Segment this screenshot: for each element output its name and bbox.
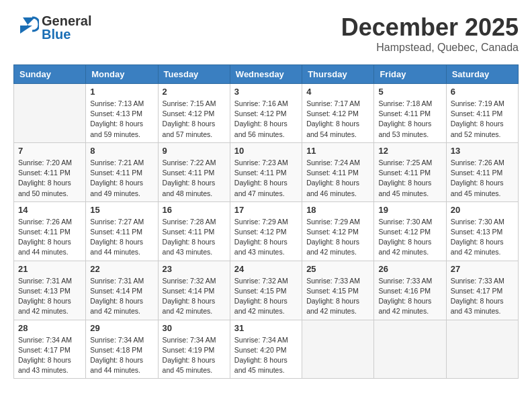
day-number: 8 xyxy=(90,146,153,156)
calendar-cell: 15Sunrise: 7:27 AMSunset: 4:11 PMDayligh… xyxy=(86,201,158,261)
calendar-cell: 16Sunrise: 7:28 AMSunset: 4:11 PMDayligh… xyxy=(158,201,230,261)
day-number: 28 xyxy=(18,323,81,333)
calendar-cell: 29Sunrise: 7:34 AMSunset: 4:18 PMDayligh… xyxy=(86,320,158,379)
day-number: 15 xyxy=(90,205,153,215)
day-number: 29 xyxy=(90,323,153,333)
calendar-table: SundayMondayTuesdayWednesdayThursdayFrid… xyxy=(13,64,519,379)
calendar-cell xyxy=(446,320,518,379)
day-number: 21 xyxy=(18,264,81,274)
day-number: 22 xyxy=(90,264,153,274)
calendar-week-3: 14Sunrise: 7:26 AMSunset: 4:11 PMDayligh… xyxy=(14,201,519,261)
logo: General Blue xyxy=(13,13,91,42)
calendar-cell: 12Sunrise: 7:25 AMSunset: 4:11 PMDayligh… xyxy=(374,142,446,201)
day-number: 3 xyxy=(234,87,298,97)
calendar-cell: 4Sunrise: 7:17 AMSunset: 4:12 PMDaylight… xyxy=(302,84,374,143)
day-number: 18 xyxy=(306,205,369,215)
day-info: Sunrise: 7:31 AMSunset: 4:13 PMDaylight:… xyxy=(18,276,81,317)
calendar-cell xyxy=(302,320,374,379)
day-number: 2 xyxy=(163,87,226,97)
title-block: December 2025 Hampstead, Quebec, Canada xyxy=(341,13,519,54)
day-info: Sunrise: 7:25 AMSunset: 4:11 PMDaylight:… xyxy=(378,158,441,199)
day-info: Sunrise: 7:29 AMSunset: 4:12 PMDaylight:… xyxy=(234,217,298,258)
calendar-cell: 13Sunrise: 7:26 AMSunset: 4:11 PMDayligh… xyxy=(446,142,518,201)
calendar-cell: 17Sunrise: 7:29 AMSunset: 4:12 PMDayligh… xyxy=(230,201,302,261)
day-number: 11 xyxy=(306,146,369,156)
calendar-cell xyxy=(14,84,86,143)
calendar-week-4: 21Sunrise: 7:31 AMSunset: 4:13 PMDayligh… xyxy=(14,261,519,320)
day-info: Sunrise: 7:20 AMSunset: 4:11 PMDaylight:… xyxy=(18,158,81,199)
calendar-cell: 6Sunrise: 7:19 AMSunset: 4:11 PMDaylight… xyxy=(446,84,518,143)
day-number: 16 xyxy=(163,205,226,215)
day-number: 4 xyxy=(306,87,369,97)
day-info: Sunrise: 7:16 AMSunset: 4:12 PMDaylight:… xyxy=(234,99,298,140)
day-number: 24 xyxy=(234,264,298,274)
calendar-cell: 9Sunrise: 7:22 AMSunset: 4:11 PMDaylight… xyxy=(158,142,230,201)
day-number: 1 xyxy=(90,87,153,97)
day-info: Sunrise: 7:26 AMSunset: 4:11 PMDaylight:… xyxy=(18,217,81,258)
calendar-body: 1Sunrise: 7:13 AMSunset: 4:13 PMDaylight… xyxy=(14,84,519,379)
weekday-header-tuesday: Tuesday xyxy=(158,65,230,84)
day-info: Sunrise: 7:18 AMSunset: 4:11 PMDaylight:… xyxy=(378,99,441,140)
day-info: Sunrise: 7:30 AMSunset: 4:12 PMDaylight:… xyxy=(378,217,441,258)
day-number: 30 xyxy=(163,323,226,333)
calendar-cell: 21Sunrise: 7:31 AMSunset: 4:13 PMDayligh… xyxy=(14,261,86,320)
calendar-cell: 27Sunrise: 7:33 AMSunset: 4:17 PMDayligh… xyxy=(446,261,518,320)
calendar-cell: 22Sunrise: 7:31 AMSunset: 4:14 PMDayligh… xyxy=(86,261,158,320)
day-info: Sunrise: 7:30 AMSunset: 4:13 PMDaylight:… xyxy=(451,217,514,258)
calendar-cell: 26Sunrise: 7:33 AMSunset: 4:16 PMDayligh… xyxy=(374,261,446,320)
logo-blue: Blue xyxy=(42,28,91,41)
calendar-cell: 18Sunrise: 7:29 AMSunset: 4:12 PMDayligh… xyxy=(302,201,374,261)
calendar-cell: 14Sunrise: 7:26 AMSunset: 4:11 PMDayligh… xyxy=(14,201,86,261)
day-info: Sunrise: 7:26 AMSunset: 4:11 PMDaylight:… xyxy=(451,158,514,199)
calendar-cell xyxy=(374,320,446,379)
weekday-header-thursday: Thursday xyxy=(302,65,374,84)
day-number: 5 xyxy=(378,87,441,97)
day-number: 23 xyxy=(163,264,226,274)
weekday-header-friday: Friday xyxy=(374,65,446,84)
day-number: 27 xyxy=(451,264,514,274)
day-info: Sunrise: 7:34 AMSunset: 4:19 PMDaylight:… xyxy=(163,335,226,376)
calendar-cell: 11Sunrise: 7:24 AMSunset: 4:11 PMDayligh… xyxy=(302,142,374,201)
day-info: Sunrise: 7:23 AMSunset: 4:11 PMDaylight:… xyxy=(234,158,298,199)
calendar-week-2: 7Sunrise: 7:20 AMSunset: 4:11 PMDaylight… xyxy=(14,142,519,201)
day-info: Sunrise: 7:19 AMSunset: 4:11 PMDaylight:… xyxy=(451,99,514,140)
calendar-cell: 19Sunrise: 7:30 AMSunset: 4:12 PMDayligh… xyxy=(374,201,446,261)
logo-icon xyxy=(13,13,39,42)
day-info: Sunrise: 7:32 AMSunset: 4:15 PMDaylight:… xyxy=(234,276,298,317)
day-info: Sunrise: 7:13 AMSunset: 4:13 PMDaylight:… xyxy=(90,99,153,140)
day-number: 6 xyxy=(451,87,514,97)
weekday-header-wednesday: Wednesday xyxy=(230,65,302,84)
day-info: Sunrise: 7:33 AMSunset: 4:16 PMDaylight:… xyxy=(378,276,441,317)
day-number: 19 xyxy=(378,205,441,215)
day-info: Sunrise: 7:29 AMSunset: 4:12 PMDaylight:… xyxy=(306,217,369,258)
day-number: 17 xyxy=(234,205,298,215)
day-number: 10 xyxy=(234,146,298,156)
day-info: Sunrise: 7:34 AMSunset: 4:18 PMDaylight:… xyxy=(90,335,153,376)
calendar-week-1: 1Sunrise: 7:13 AMSunset: 4:13 PMDaylight… xyxy=(14,84,519,143)
day-info: Sunrise: 7:32 AMSunset: 4:14 PMDaylight:… xyxy=(163,276,226,317)
day-number: 25 xyxy=(306,264,369,274)
calendar-cell: 5Sunrise: 7:18 AMSunset: 4:11 PMDaylight… xyxy=(374,84,446,143)
day-info: Sunrise: 7:34 AMSunset: 4:20 PMDaylight:… xyxy=(234,335,298,376)
calendar-cell: 31Sunrise: 7:34 AMSunset: 4:20 PMDayligh… xyxy=(230,320,302,379)
calendar-cell: 30Sunrise: 7:34 AMSunset: 4:19 PMDayligh… xyxy=(158,320,230,379)
day-number: 20 xyxy=(451,205,514,215)
weekday-header-monday: Monday xyxy=(86,65,158,84)
day-info: Sunrise: 7:15 AMSunset: 4:12 PMDaylight:… xyxy=(163,99,226,140)
day-info: Sunrise: 7:33 AMSunset: 4:15 PMDaylight:… xyxy=(306,276,369,317)
calendar-cell: 23Sunrise: 7:32 AMSunset: 4:14 PMDayligh… xyxy=(158,261,230,320)
calendar-cell: 1Sunrise: 7:13 AMSunset: 4:13 PMDaylight… xyxy=(86,84,158,143)
day-info: Sunrise: 7:22 AMSunset: 4:11 PMDaylight:… xyxy=(163,158,226,199)
weekday-header-sunday: Sunday xyxy=(14,65,86,84)
month-title: December 2025 xyxy=(341,13,519,42)
calendar-cell: 8Sunrise: 7:21 AMSunset: 4:11 PMDaylight… xyxy=(86,142,158,201)
day-number: 31 xyxy=(234,323,298,333)
calendar-header-row: SundayMondayTuesdayWednesdayThursdayFrid… xyxy=(14,65,519,84)
calendar-cell: 25Sunrise: 7:33 AMSunset: 4:15 PMDayligh… xyxy=(302,261,374,320)
day-number: 13 xyxy=(451,146,514,156)
calendar-cell: 28Sunrise: 7:34 AMSunset: 4:17 PMDayligh… xyxy=(14,320,86,379)
location: Hampstead, Quebec, Canada xyxy=(341,42,519,54)
day-number: 14 xyxy=(18,205,81,215)
day-info: Sunrise: 7:28 AMSunset: 4:11 PMDaylight:… xyxy=(163,217,226,258)
weekday-header-saturday: Saturday xyxy=(446,65,518,84)
